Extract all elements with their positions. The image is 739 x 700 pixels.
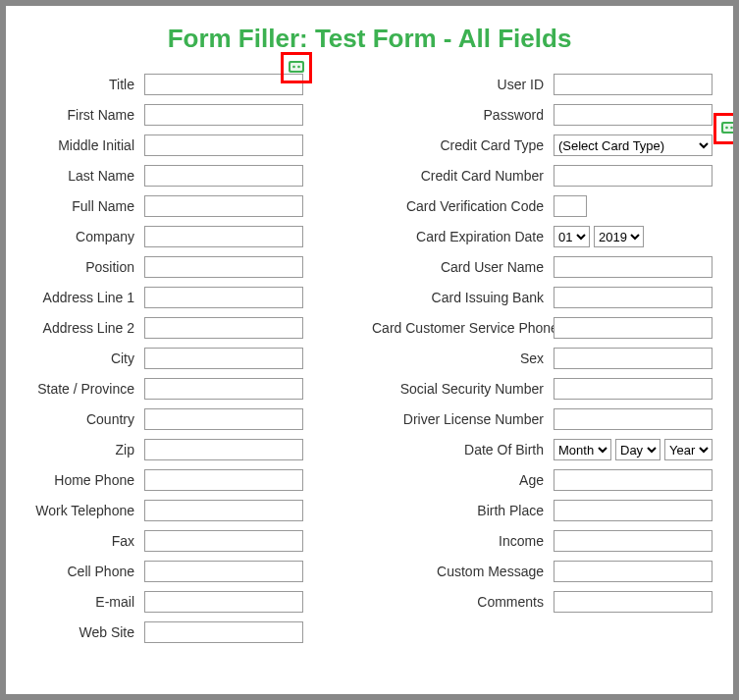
label-card-user: Card User Name xyxy=(372,259,544,275)
input-full-name[interactable] xyxy=(144,195,303,217)
row-first-name: First Name xyxy=(26,104,303,126)
input-cell-phone[interactable] xyxy=(144,561,303,582)
row-zip: Zip xyxy=(26,439,303,460)
row-dln: Driver License Number xyxy=(372,408,713,430)
label-email: E-mail xyxy=(26,594,134,610)
row-email: E-mail xyxy=(26,591,303,613)
input-birth-place[interactable] xyxy=(554,500,713,521)
row-cc-exp: Card Expiration Date 01 2019 xyxy=(372,226,713,247)
input-cvc[interactable] xyxy=(554,195,587,217)
select-dob-day[interactable]: Day xyxy=(615,439,660,460)
row-cc-number: Credit Card Number xyxy=(372,165,713,187)
row-work-phone: Work Telephone xyxy=(26,500,303,521)
input-card-cs[interactable] xyxy=(554,317,713,339)
row-state: State / Province xyxy=(26,378,303,400)
input-ssn[interactable] xyxy=(554,378,713,400)
row-user-id: User ID xyxy=(372,74,713,95)
label-website: Web Site xyxy=(26,624,134,640)
label-first-name: First Name xyxy=(26,107,134,123)
row-birth-place: Birth Place xyxy=(372,500,713,521)
label-last-name: Last Name xyxy=(26,168,134,184)
input-city[interactable] xyxy=(144,348,303,369)
input-fax[interactable] xyxy=(144,530,303,552)
input-custom-msg[interactable] xyxy=(554,561,713,582)
label-income: Income xyxy=(372,533,544,549)
input-card-bank[interactable] xyxy=(554,287,713,308)
label-password: Password xyxy=(372,107,544,123)
input-position[interactable] xyxy=(144,256,303,278)
label-country: Country xyxy=(26,411,134,427)
input-card-user[interactable] xyxy=(554,256,713,278)
input-age[interactable] xyxy=(554,469,713,491)
input-cc-number[interactable] xyxy=(554,165,713,187)
row-city: City xyxy=(26,348,303,369)
input-address2[interactable] xyxy=(144,317,303,339)
svg-rect-1 xyxy=(290,63,302,71)
row-card-user: Card User Name xyxy=(372,256,713,278)
left-column: Title First Name Middle Initial Last Nam… xyxy=(26,74,303,643)
svg-point-2 xyxy=(292,66,295,69)
row-home-phone: Home Phone xyxy=(26,469,303,491)
row-position: Position xyxy=(26,256,303,278)
row-country: Country xyxy=(26,408,303,430)
label-position: Position xyxy=(26,259,134,275)
label-home-phone: Home Phone xyxy=(26,472,134,488)
input-address1[interactable] xyxy=(144,287,303,308)
label-ssn: Social Security Number xyxy=(372,381,544,397)
input-home-phone[interactable] xyxy=(144,469,303,491)
input-income[interactable] xyxy=(554,530,713,552)
row-company: Company xyxy=(26,226,303,247)
label-dob: Date Of Birth xyxy=(372,442,544,458)
label-address1: Address Line 1 xyxy=(26,290,134,305)
row-card-bank: Card Issuing Bank xyxy=(372,287,713,308)
label-birth-place: Birth Place xyxy=(372,503,544,518)
input-state[interactable] xyxy=(144,378,303,400)
row-ssn: Social Security Number xyxy=(372,378,713,400)
input-last-name[interactable] xyxy=(144,165,303,187)
roboform-icon[interactable] xyxy=(288,58,305,76)
row-website: Web Site xyxy=(26,621,303,643)
row-title: Title xyxy=(26,74,303,95)
row-full-name: Full Name xyxy=(26,195,303,217)
input-middle-initial[interactable] xyxy=(144,135,303,156)
row-sex: Sex xyxy=(372,348,713,369)
label-cc-type: Credit Card Type xyxy=(372,137,544,153)
input-user-id[interactable] xyxy=(554,74,713,95)
select-cc-exp-year[interactable]: 2019 xyxy=(594,226,644,247)
input-company[interactable] xyxy=(144,226,303,247)
svg-rect-5 xyxy=(723,124,735,132)
label-cc-number: Credit Card Number xyxy=(372,168,544,184)
row-dob: Date Of Birth Month Day Year xyxy=(372,439,713,460)
roboform-icon[interactable] xyxy=(720,119,738,136)
input-country[interactable] xyxy=(144,408,303,430)
select-dob-year[interactable]: Year xyxy=(664,439,713,460)
label-age: Age xyxy=(372,472,544,488)
select-cc-type[interactable]: (Select Card Type) xyxy=(554,135,713,156)
form-columns: Title First Name Middle Initial Last Nam… xyxy=(35,74,704,643)
label-dln: Driver License Number xyxy=(372,411,544,427)
input-work-phone[interactable] xyxy=(144,500,303,521)
label-title: Title xyxy=(26,77,134,92)
input-dln[interactable] xyxy=(554,408,713,430)
input-password[interactable] xyxy=(554,104,713,126)
row-income: Income xyxy=(372,530,713,552)
page-title: Form Filler: Test Form - All Fields xyxy=(35,24,704,54)
label-cvc: Card Verification Code xyxy=(372,198,544,214)
label-company: Company xyxy=(26,229,134,244)
input-sex[interactable] xyxy=(554,348,713,369)
input-website[interactable] xyxy=(144,621,303,643)
select-cc-exp-month[interactable]: 01 xyxy=(554,226,590,247)
label-fax: Fax xyxy=(26,533,134,549)
row-fax: Fax xyxy=(26,530,303,552)
row-age: Age xyxy=(372,469,713,491)
select-dob-month[interactable]: Month xyxy=(554,439,611,460)
input-comments[interactable] xyxy=(554,591,713,613)
input-first-name[interactable] xyxy=(144,104,303,126)
input-zip[interactable] xyxy=(144,439,303,460)
input-title[interactable] xyxy=(144,74,303,95)
label-zip: Zip xyxy=(26,442,134,458)
row-cc-type: Credit Card Type (Select Card Type) xyxy=(372,135,713,156)
input-email[interactable] xyxy=(144,591,303,613)
label-full-name: Full Name xyxy=(26,198,134,214)
label-card-cs: Card Customer Service Phone xyxy=(372,320,544,336)
